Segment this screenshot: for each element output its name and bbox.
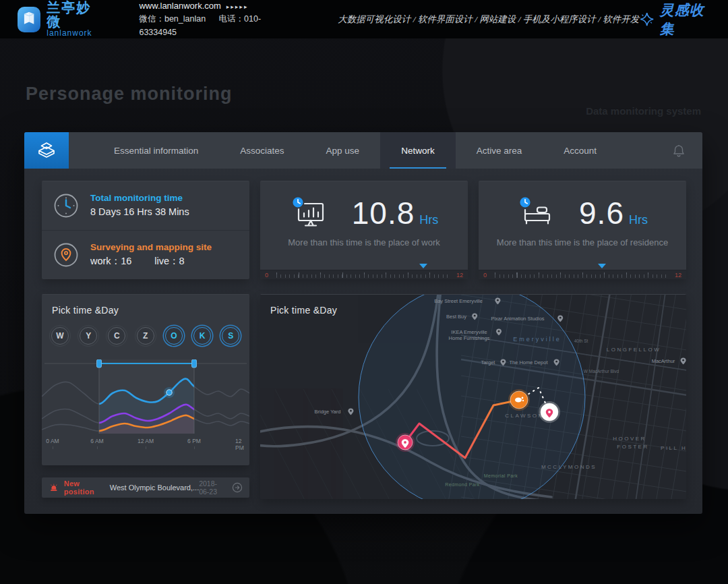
arrow-circle-icon bbox=[232, 482, 243, 493]
time-picker-card: Pick time &Day WYCZOKS 0 AM6 AM12 AM6 PM… bbox=[42, 294, 249, 465]
timeline-chart[interactable] bbox=[42, 359, 249, 438]
residence-scale-ruler: 012 bbox=[479, 270, 686, 279]
wechat-contact: 微信：ben_lanlan bbox=[139, 14, 206, 24]
map-canvas[interactable]: Bay Street EmeryvilleBest BuyPixar Anima… bbox=[260, 295, 686, 499]
day-button-row: WYCZOKS bbox=[42, 327, 249, 346]
map-card: Bay Street EmeryvilleBest BuyPixar Anima… bbox=[260, 294, 686, 499]
live-count: 8 bbox=[179, 256, 185, 266]
map-label-target: Target bbox=[481, 359, 496, 366]
work-scale-marker[interactable] bbox=[419, 264, 427, 268]
sparkle-star-icon bbox=[639, 11, 655, 28]
map-marker-destination[interactable] bbox=[539, 401, 560, 423]
map-label-the-home-depot: The Home Depot bbox=[509, 359, 548, 366]
chart-highlight-dot[interactable] bbox=[166, 390, 172, 395]
map-label-pixar-animation-studios: Pixar Animation Studios bbox=[491, 316, 544, 322]
day-button-w[interactable]: W bbox=[51, 327, 69, 345]
map-label-redmond-park: Redmond Park bbox=[445, 482, 480, 487]
map-label-40th-st: 40th St bbox=[574, 339, 588, 343]
day-button-s[interactable]: S bbox=[222, 327, 239, 345]
inspiration-collect[interactable]: 灵感收集 bbox=[639, 1, 713, 38]
day-button-c[interactable]: C bbox=[108, 327, 125, 345]
work-caption: More than this time is the place of work bbox=[260, 237, 468, 247]
work-hours-value: 10.8 bbox=[352, 196, 415, 231]
residence-time-card: 9.6Hrs More than this time is the place … bbox=[479, 181, 686, 279]
map-label-bay-street-emeryville: Bay Street Emeryville bbox=[434, 298, 483, 304]
map-label-home-furnishings: Home Furnishings bbox=[449, 335, 490, 341]
tab-account[interactable]: Account bbox=[543, 132, 617, 169]
slider-handle-start[interactable] bbox=[97, 359, 102, 368]
tab-app-use[interactable]: App use bbox=[305, 132, 381, 169]
clock-icon bbox=[53, 192, 80, 219]
map-label-bridge-yard: Bridge Yard bbox=[315, 409, 341, 415]
residence-hours: 9.6Hrs bbox=[579, 195, 648, 231]
x-label-6-am: 6 AM bbox=[90, 438, 103, 444]
module-tile-button[interactable] bbox=[24, 132, 69, 169]
brand-name-en: lanlanwork bbox=[47, 29, 100, 38]
tab-essential-information[interactable]: Essential information bbox=[93, 132, 219, 169]
x-label-12-am: 12 AM bbox=[138, 438, 154, 444]
monitor-clock-icon bbox=[290, 196, 329, 231]
notifications-button[interactable] bbox=[671, 132, 686, 169]
map-marker-start[interactable] bbox=[396, 433, 415, 452]
map-label-w-macarthur-blvd: W MacArthur Blvd bbox=[584, 369, 619, 374]
survey-site-values: work：16live：8 bbox=[90, 254, 212, 269]
siren-icon bbox=[50, 483, 58, 493]
map-title: Pick time &Day bbox=[270, 305, 337, 316]
x-label-12-pm: 12 PM bbox=[235, 438, 245, 451]
page-title: Personage monitoring bbox=[26, 84, 233, 105]
brand-name-cn: 兰亭妙微 bbox=[47, 1, 100, 29]
map-label-clawson: CLAWSON bbox=[505, 413, 544, 419]
page-watermark: Data monitoring system bbox=[586, 105, 701, 117]
work-count: 16 bbox=[121, 256, 131, 266]
map-label-mcclymonds: MCCLYMONDS bbox=[541, 464, 597, 470]
contact-block: www.lanlanwork.com▸▸▸▸▸ 微信：ben_lanlan 电话… bbox=[139, 0, 293, 39]
day-button-y[interactable]: Y bbox=[80, 327, 97, 345]
monitoring-time-value: 8 Days 16 Hrs 38 Mins bbox=[90, 205, 189, 220]
day-button-o[interactable]: O bbox=[165, 327, 183, 345]
x-label-0-am: 0 AM bbox=[46, 438, 59, 444]
work-hours: 10.8Hrs bbox=[352, 195, 439, 231]
map-label-hoover: HOOVER bbox=[613, 436, 646, 442]
alert-label: New position bbox=[64, 479, 102, 496]
work-hours-unit: Hrs bbox=[419, 213, 438, 227]
map-label-memorial-park: Memorial Park bbox=[484, 473, 518, 478]
tab-associates[interactable]: Associates bbox=[219, 132, 305, 169]
survey-site-row: Surveying and mapping site work：16live：8 bbox=[42, 230, 249, 279]
tab-network[interactable]: Network bbox=[380, 132, 456, 169]
services-list: 大数据可视化设计 / 软件界面设计 / 网站建设 / 手机及小程序设计 / 软件… bbox=[338, 13, 639, 26]
residence-caption: More than this time is the place of resi… bbox=[479, 237, 686, 247]
brand-logo[interactable]: 兰亭妙微 lanlanwork bbox=[18, 1, 100, 38]
map-pin-icon bbox=[53, 241, 80, 268]
day-button-k[interactable]: K bbox=[193, 327, 211, 345]
survey-site-title: Surveying and mapping site bbox=[90, 241, 212, 254]
work-scale-ruler: 012 bbox=[260, 270, 468, 279]
map-label-emeryville: Emeryville bbox=[513, 336, 562, 343]
website-link[interactable]: www.lanlanwork.com bbox=[139, 1, 220, 11]
map-marker-current[interactable] bbox=[508, 389, 530, 411]
bell-icon bbox=[671, 143, 686, 158]
alert-address: West Olympic Boulevard,... bbox=[110, 484, 199, 492]
monitoring-time-title: Total monitoring time bbox=[90, 192, 189, 205]
dashboard-panel: Essential informationAssociatesApp useNe… bbox=[24, 132, 702, 514]
slider-handle-end[interactable] bbox=[192, 359, 197, 368]
residence-scale-marker[interactable] bbox=[598, 264, 606, 268]
map-label-macarthur: MacArthur bbox=[652, 358, 675, 364]
day-button-z[interactable]: Z bbox=[137, 327, 154, 345]
chart-x-axis: 0 AM6 AM12 AM6 PM12 PM bbox=[42, 438, 249, 447]
monitoring-time-row: Total monitoring time 8 Days 16 Hrs 38 M… bbox=[42, 181, 249, 230]
top-banner: 兰亭妙微 lanlanwork www.lanlanwork.com▸▸▸▸▸ … bbox=[0, 0, 728, 38]
map-label-pill-hi: PILL HI bbox=[661, 445, 686, 451]
map-label-foster: FOSTER bbox=[617, 444, 648, 450]
arrows-decor: ▸▸▸▸▸ bbox=[226, 3, 249, 10]
summary-card: Total monitoring time 8 Days 16 Hrs 38 M… bbox=[42, 181, 249, 279]
new-position-alert[interactable]: New position West Olympic Boulevard,... … bbox=[42, 477, 249, 498]
tab-list: Essential informationAssociatesApp useNe… bbox=[69, 132, 671, 169]
tab-bar: Essential informationAssociatesApp useNe… bbox=[24, 132, 702, 169]
bed-clock-icon bbox=[517, 196, 556, 231]
alert-detail-button[interactable] bbox=[232, 482, 243, 493]
screen: 兰亭妙微 lanlanwork www.lanlanwork.com▸▸▸▸▸ … bbox=[0, 0, 728, 584]
map-label-longfellow: LONGFELLOW bbox=[607, 347, 661, 353]
alert-date: 2018-06-23 bbox=[199, 479, 227, 496]
layers-box-icon bbox=[36, 140, 57, 160]
tab-active-area[interactable]: Active area bbox=[456, 132, 543, 169]
